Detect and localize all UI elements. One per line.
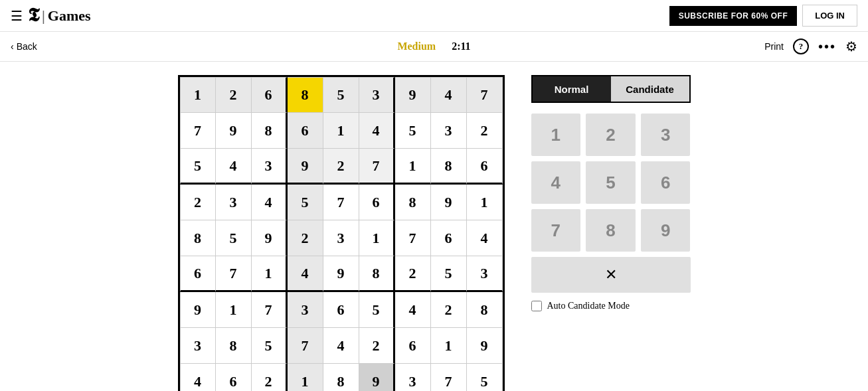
settings-button[interactable]: ⚙ (845, 39, 857, 54)
normal-mode-button[interactable]: Normal (533, 76, 611, 102)
sudoku-grid[interactable]: 1268539477986145325439271862345768918592… (178, 75, 505, 391)
cell[interactable]: 3 (252, 149, 288, 185)
cell[interactable]: 2 (180, 185, 216, 220)
cell[interactable]: 8 (252, 113, 288, 149)
cell[interactable]: 5 (180, 149, 216, 185)
cell[interactable]: 2 (288, 220, 323, 256)
cell[interactable]: 9 (431, 185, 467, 220)
cell[interactable]: 3 (216, 185, 252, 220)
cell[interactable]: 7 (180, 113, 216, 149)
cell[interactable]: 9 (180, 292, 216, 328)
cell[interactable]: 6 (359, 185, 395, 220)
cell[interactable]: 6 (431, 220, 467, 256)
cell[interactable]: 9 (252, 220, 288, 256)
cell[interactable]: 5 (288, 185, 323, 220)
numpad-4-button[interactable]: 4 (531, 161, 581, 204)
cell[interactable]: 1 (252, 256, 288, 292)
numpad-5-button[interactable]: 5 (586, 161, 636, 204)
cell[interactable]: 3 (467, 256, 503, 292)
cell[interactable]: 6 (467, 149, 503, 185)
cell[interactable]: 7 (288, 328, 323, 364)
cell[interactable]: 9 (359, 364, 395, 391)
cell[interactable]: 7 (252, 292, 288, 328)
cell[interactable]: 1 (359, 220, 395, 256)
cell[interactable]: 6 (288, 113, 323, 149)
cell[interactable]: 7 (467, 77, 503, 113)
login-button[interactable]: LOG IN (802, 5, 857, 27)
cell[interactable]: 3 (431, 113, 467, 149)
cell[interactable]: 8 (323, 364, 359, 391)
cell[interactable]: 2 (359, 328, 395, 364)
candidate-mode-button[interactable]: Candidate (611, 76, 689, 102)
cell[interactable]: 4 (216, 149, 252, 185)
cell[interactable]: 6 (216, 364, 252, 391)
cell[interactable]: 8 (359, 256, 395, 292)
cell[interactable]: 1 (288, 364, 323, 391)
print-button[interactable]: Print (764, 41, 784, 52)
cell[interactable]: 9 (288, 149, 323, 185)
cell[interactable]: 7 (395, 220, 431, 256)
subscribe-button[interactable]: SUBSCRIBE FOR 60% OFF (669, 6, 798, 26)
cell[interactable]: 7 (216, 256, 252, 292)
cell[interactable]: 5 (216, 220, 252, 256)
cell[interactable]: 7 (359, 149, 395, 185)
cell[interactable]: 9 (216, 113, 252, 149)
cell[interactable]: 8 (216, 328, 252, 364)
numpad-3-button[interactable]: 3 (641, 114, 691, 156)
cell[interactable]: 1 (216, 292, 252, 328)
cell[interactable]: 5 (359, 292, 395, 328)
cell[interactable]: 5 (395, 113, 431, 149)
numpad-2-button[interactable]: 2 (586, 114, 636, 156)
cell[interactable]: 5 (467, 364, 503, 391)
cell[interactable]: 2 (252, 364, 288, 391)
hamburger-icon[interactable]: ☰ (11, 8, 23, 24)
cell[interactable]: 8 (180, 220, 216, 256)
help-button[interactable]: ? (793, 39, 809, 54)
cell[interactable]: 2 (216, 77, 252, 113)
cell[interactable]: 3 (359, 77, 395, 113)
cell[interactable]: 5 (431, 256, 467, 292)
cell[interactable]: 5 (323, 77, 359, 113)
more-button[interactable]: ••• (818, 39, 836, 54)
cell[interactable]: 1 (395, 149, 431, 185)
cell[interactable]: 4 (431, 77, 467, 113)
cell[interactable]: 1 (180, 77, 216, 113)
cell[interactable]: 4 (395, 292, 431, 328)
cell[interactable]: 6 (395, 328, 431, 364)
cell[interactable]: 1 (431, 328, 467, 364)
back-button[interactable]: ‹ Back (11, 41, 37, 52)
erase-button[interactable]: ✕ (531, 257, 691, 293)
cell[interactable]: 4 (180, 364, 216, 391)
cell[interactable]: 1 (323, 113, 359, 149)
cell[interactable]: 3 (180, 328, 216, 364)
cell[interactable]: 9 (323, 256, 359, 292)
cell[interactable]: 4 (323, 328, 359, 364)
cell[interactable]: 9 (395, 77, 431, 113)
cell[interactable]: 8 (431, 149, 467, 185)
cell[interactable]: 8 (288, 77, 323, 113)
cell[interactable]: 8 (467, 292, 503, 328)
cell[interactable]: 2 (467, 113, 503, 149)
numpad-7-button[interactable]: 7 (531, 209, 581, 252)
cell[interactable]: 6 (180, 256, 216, 292)
cell[interactable]: 2 (395, 256, 431, 292)
numpad-1-button[interactable]: 1 (531, 114, 581, 156)
cell[interactable]: 4 (359, 113, 395, 149)
numpad-8-button[interactable]: 8 (586, 209, 636, 252)
cell[interactable]: 3 (323, 220, 359, 256)
cell[interactable]: 6 (323, 292, 359, 328)
cell[interactable]: 2 (323, 149, 359, 185)
cell[interactable]: 3 (395, 364, 431, 391)
cell[interactable]: 4 (252, 185, 288, 220)
cell[interactable]: 4 (467, 220, 503, 256)
numpad-9-button[interactable]: 9 (641, 209, 691, 252)
cell[interactable]: 6 (252, 77, 288, 113)
cell[interactable]: 7 (323, 185, 359, 220)
cell[interactable]: 3 (288, 292, 323, 328)
cell[interactable]: 4 (288, 256, 323, 292)
cell[interactable]: 9 (467, 328, 503, 364)
cell[interactable]: 8 (395, 185, 431, 220)
auto-candidate-checkbox[interactable] (531, 301, 542, 311)
cell[interactable]: 7 (431, 364, 467, 391)
cell[interactable]: 1 (467, 185, 503, 220)
